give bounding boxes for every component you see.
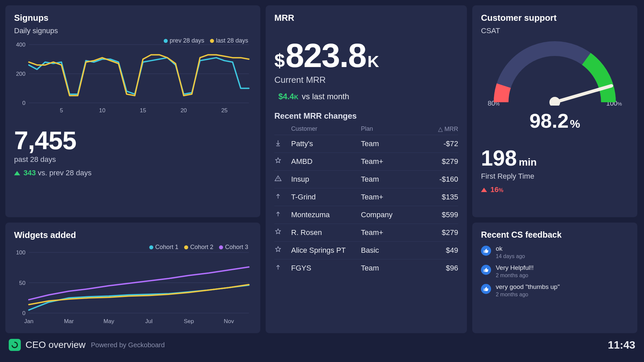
svg-text:20: 20 (180, 107, 187, 114)
mrr-delta-caption: vs last month (302, 92, 349, 101)
mrr-amount: 823.8 (285, 39, 366, 72)
col-plan: Plan (361, 125, 418, 133)
mrr-delta: -$160 (418, 175, 458, 184)
mrr-plan: Company (361, 210, 418, 219)
feedback-item: very good "thumbs up"2 months ago (481, 283, 629, 298)
col-customer: Customer (291, 125, 361, 133)
thumbs-up-icon (481, 284, 491, 294)
signups-chart: prev 28 days last 28 days 02004005101520… (14, 37, 252, 116)
mrr-delta: $96 (418, 264, 458, 273)
widgets-legend: Cohort 1 Cohort 2 Cohort 3 (145, 244, 248, 251)
mrr-customer: FGYS (291, 264, 361, 273)
mrr-plan: Team+ (361, 193, 418, 201)
svg-text:400: 400 (16, 42, 25, 48)
star-icon (274, 246, 291, 255)
mrr-row: T-GrindTeam+$135 (274, 188, 458, 206)
mrr-row: MontezumaCompany$599 (274, 206, 458, 224)
first-reply-time-value: 198min (481, 146, 629, 171)
legend-c2-label: Cohort 2 (190, 244, 213, 251)
feedback-text: ok (496, 245, 525, 252)
svg-point-24 (549, 97, 560, 106)
svg-text:10: 10 (99, 107, 105, 114)
legend-cohort-2: Cohort 2 (184, 244, 213, 251)
up-icon (274, 210, 291, 220)
legend-prev-28: prev 28 days (164, 37, 204, 44)
feedback-text: Very Helpful!! (496, 264, 534, 272)
arrow-up-icon (481, 188, 487, 192)
widgets-title: Widgets added (14, 230, 252, 240)
legend-last-28: last 28 days (210, 37, 248, 44)
mrr-currency: $ (274, 50, 285, 71)
cs-feedback-card: Recent CS feedback ok14 days agoVery Hel… (472, 223, 637, 333)
frt-delta-value: 16% (490, 185, 503, 194)
csat-value: 98.2% (481, 109, 629, 132)
signups-legend: prev 28 days last 28 days (160, 37, 248, 45)
legend-c1-label: Cohort 1 (155, 244, 178, 251)
down-icon (274, 139, 291, 148)
mrr-delta: $599 (418, 210, 458, 219)
signups-card: Signups Daily signups prev 28 days last … (5, 5, 260, 217)
mrr-row: InsupTeam-$160 (274, 170, 458, 188)
mrr-suffix: K (367, 52, 379, 71)
mrr-delta: $4.4K vs last month (274, 92, 458, 101)
mrr-plan: Team (361, 175, 418, 184)
mrr-value: $ 823.8 K (274, 39, 458, 72)
csat-gauge (481, 39, 629, 109)
svg-text:Nov: Nov (224, 318, 234, 324)
svg-text:0: 0 (22, 310, 25, 316)
signups-subtitle: Daily signups (14, 26, 252, 35)
mrr-customer: Alice Springs PT (291, 246, 361, 255)
svg-text:100: 100 (16, 249, 25, 256)
mrr-plan: Basic (361, 246, 418, 255)
powered-by: Powered by Geckoboard (91, 341, 165, 349)
thumbs-up-icon (481, 265, 491, 275)
svg-text:May: May (103, 318, 114, 324)
mrr-card: MRR $ 823.8 K Current MRR $4.4K vs last … (266, 5, 467, 333)
arrow-up-icon (14, 171, 20, 175)
svg-text:Jul: Jul (145, 318, 153, 324)
mrr-row: Alice Springs PTBasic$49 (274, 241, 458, 259)
signups-total-caption: past 28 days (14, 155, 252, 164)
mrr-customer: Patty's (291, 139, 361, 148)
feedback-item: Very Helpful!!2 months ago (481, 264, 629, 279)
geckoboard-logo-icon (9, 339, 21, 351)
feedback-time: 2 months ago (496, 273, 534, 279)
mrr-delta: $135 (418, 193, 458, 201)
mrr-plan: Team+ (361, 228, 418, 237)
mrr-row: Patty'sTeam-$72 (274, 135, 458, 153)
svg-text:Mar: Mar (64, 318, 74, 324)
mrr-title: MRR (274, 13, 458, 23)
mrr-delta: $279 (418, 228, 458, 237)
signups-title: Signups (14, 13, 252, 23)
dashboard-title: CEO overview (25, 340, 86, 350)
svg-text:0: 0 (22, 100, 25, 106)
first-reply-time-delta: 16% (481, 185, 629, 194)
mrr-delta: $279 (418, 157, 458, 166)
svg-text:Sep: Sep (184, 318, 194, 324)
mrr-changes-table: Customer Plan △ MRR Patty'sTeam-$72AMBDT… (274, 123, 458, 277)
signups-line-chart: 0200400510152025 (14, 37, 252, 114)
footer-bar: CEO overview Powered by Geckoboard 11:43 (5, 333, 639, 357)
thumbs-up-icon (481, 246, 491, 256)
mrr-delta: -$72 (418, 139, 458, 148)
legend-cohort-3: Cohort 3 (219, 244, 248, 251)
customer-support-card: Customer support CSAT 80% 100% 98.2% 198… (472, 5, 637, 217)
mrr-plan: Team (361, 264, 418, 273)
widgets-chart: Cohort 1 Cohort 2 Cohort 3 050100JanMarM… (14, 244, 252, 327)
mrr-customer: R. Rosen (291, 228, 361, 237)
mrr-customer: T-Grind (291, 193, 361, 201)
mrr-table-header: Customer Plan △ MRR (274, 123, 458, 135)
mrr-plan: Team+ (361, 157, 418, 166)
svg-text:15: 15 (140, 107, 146, 114)
widgets-line-chart: 050100JanMarMayJulSepNov (14, 244, 252, 326)
mrr-plan: Team (361, 139, 418, 148)
star-icon (274, 228, 291, 237)
feedback-item: ok14 days ago (481, 245, 629, 259)
legend-last-label: last 28 days (216, 37, 248, 44)
mrr-row: AMBDTeam+$279 (274, 153, 458, 170)
mrr-delta-value: $4.4K (278, 92, 299, 101)
col-delta-mrr: △ MRR (418, 125, 458, 133)
legend-c3-label: Cohort 3 (225, 244, 248, 251)
feedback-time: 14 days ago (496, 253, 525, 259)
first-reply-time-caption: First Reply Time (481, 172, 629, 181)
